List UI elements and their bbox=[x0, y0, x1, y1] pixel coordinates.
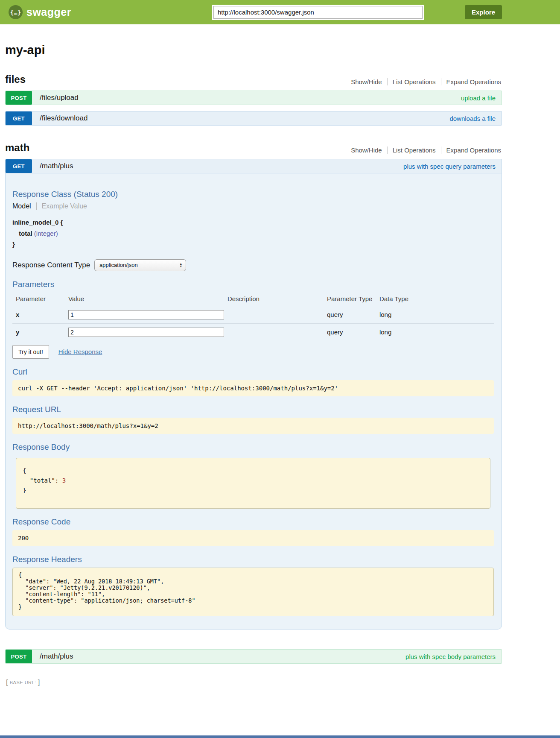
col-header-data-type: Data Type bbox=[376, 293, 494, 306]
section-title-math[interactable]: math bbox=[5, 142, 29, 154]
response-body-heading: Response Body bbox=[12, 442, 494, 452]
endpoint-path[interactable]: /files/download bbox=[40, 114, 88, 123]
param-type: query bbox=[324, 306, 376, 323]
response-code-heading: Response Code bbox=[12, 517, 494, 527]
swagger-logo-icon: {…} bbox=[9, 5, 23, 19]
method-badge: POST bbox=[6, 650, 32, 663]
base-url-label: BASE URL: bbox=[8, 680, 38, 685]
show-hide-link[interactable]: Show/Hide bbox=[346, 146, 387, 154]
response-class-heading: Response Class (Status 200) bbox=[12, 190, 494, 199]
try-it-out-button[interactable]: Try it out! bbox=[12, 345, 49, 359]
response-content-type-label: Response Content Type bbox=[12, 261, 90, 269]
method-badge: GET bbox=[6, 111, 32, 125]
hide-response-link[interactable]: Hide Response bbox=[58, 348, 102, 355]
top-navbar: {…} swagger Explore bbox=[0, 0, 560, 24]
endpoint-summary-link[interactable]: plus with spec body parameters bbox=[405, 653, 496, 660]
response-code-value: 200 bbox=[12, 530, 494, 546]
section-files: files Show/Hide List Operations Expand O… bbox=[5, 73, 502, 126]
param-description bbox=[224, 323, 324, 341]
method-badge: POST bbox=[6, 91, 32, 105]
param-y-input[interactable] bbox=[68, 328, 224, 337]
section-title-files[interactable]: files bbox=[5, 73, 26, 85]
model-prop-name: total bbox=[19, 230, 32, 237]
response-body-value: { "total": 3} bbox=[16, 458, 490, 509]
param-name: y bbox=[12, 323, 65, 341]
endpoint-post-math-plus[interactable]: POST /math/plus plus with spec body para… bbox=[5, 649, 502, 664]
json-number: 3 bbox=[62, 477, 66, 484]
endpoint-path[interactable]: /math/plus bbox=[40, 162, 73, 170]
spec-url-input[interactable] bbox=[213, 6, 423, 19]
list-operations-link[interactable]: List Operations bbox=[387, 146, 441, 154]
response-headers-heading: Response Headers bbox=[12, 555, 494, 564]
tab-model[interactable]: Model bbox=[12, 202, 37, 210]
col-header-value: Value bbox=[65, 293, 224, 306]
param-x-input[interactable] bbox=[68, 310, 224, 319]
endpoint-summary-link[interactable]: plus with spec query parameters bbox=[403, 163, 496, 170]
col-header-parameter-type: Parameter Type bbox=[324, 293, 376, 306]
response-headers-value: { "date": "Wed, 22 Aug 2018 18:49:13 GMT… bbox=[12, 568, 494, 617]
page-title: my-api bbox=[5, 43, 502, 57]
endpoint-path[interactable]: /math/plus bbox=[40, 652, 73, 661]
endpoint-get-files-download[interactable]: GET /files/download downloads a file bbox=[5, 111, 502, 126]
expand-operations-link[interactable]: Expand Operations bbox=[441, 78, 502, 85]
explore-button[interactable]: Explore bbox=[465, 5, 502, 19]
operation-detail-panel: Response Class (Status 200) Model Exampl… bbox=[5, 173, 502, 630]
model-signature: inline_model_0 { total (integer) } bbox=[12, 217, 494, 250]
param-type: query bbox=[324, 323, 376, 341]
section-math: math Show/Hide List Operations Expand Op… bbox=[5, 142, 502, 664]
model-prop-type: (integer) bbox=[34, 230, 58, 237]
request-url-heading: Request URL bbox=[12, 405, 494, 414]
param-row-y: y query long bbox=[12, 323, 494, 341]
param-data-type: long bbox=[376, 323, 494, 341]
bottom-divider bbox=[0, 735, 560, 738]
show-hide-link[interactable]: Show/Hide bbox=[346, 78, 387, 85]
param-data-type: long bbox=[376, 306, 494, 323]
brand-name: swagger bbox=[26, 6, 71, 18]
endpoint-path[interactable]: /files/upload bbox=[40, 94, 79, 102]
param-description bbox=[224, 306, 324, 323]
col-header-description: Description bbox=[224, 293, 324, 306]
base-url-footer: [ BASE URL: ] bbox=[6, 678, 502, 687]
param-row-x: x query long bbox=[12, 306, 494, 323]
parameters-heading: Parameters bbox=[12, 280, 494, 289]
param-name: x bbox=[12, 306, 65, 323]
request-url-value: http://localhost:3000/math/plus?x=1&y=2 bbox=[12, 418, 494, 434]
section-controls: Show/Hide List Operations Expand Operati… bbox=[346, 78, 502, 85]
method-badge: GET bbox=[6, 159, 32, 173]
endpoint-get-math-plus[interactable]: GET /math/plus plus with spec query para… bbox=[5, 159, 502, 173]
list-operations-link[interactable]: List Operations bbox=[387, 78, 441, 85]
endpoint-summary-link[interactable]: upload a file bbox=[461, 94, 496, 102]
swagger-logo: {…} swagger bbox=[9, 5, 71, 19]
section-controls: Show/Hide List Operations Expand Operati… bbox=[346, 146, 502, 154]
select-arrows-icon: ▲▼ bbox=[173, 263, 182, 268]
endpoint-post-files-upload[interactable]: POST /files/upload upload a file bbox=[5, 91, 502, 105]
col-header-parameter: Parameter bbox=[12, 293, 65, 306]
curl-command: curl -X GET --header 'Accept: applicatio… bbox=[12, 380, 494, 396]
tab-example-value[interactable]: Example Value bbox=[37, 202, 87, 210]
parameters-table: Parameter Value Description Parameter Ty… bbox=[12, 293, 494, 341]
response-content-type-select[interactable]: application/json ▲▼ bbox=[94, 259, 186, 271]
curl-heading: Curl bbox=[12, 367, 494, 377]
endpoint-summary-link[interactable]: downloads a file bbox=[449, 115, 496, 122]
expand-operations-link[interactable]: Expand Operations bbox=[441, 146, 502, 154]
